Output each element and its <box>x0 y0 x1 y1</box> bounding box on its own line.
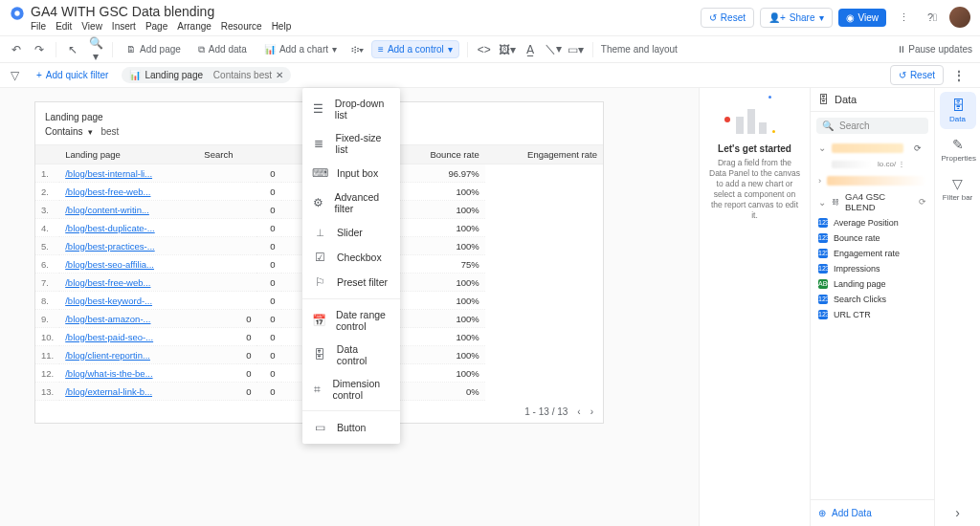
text-icon[interactable]: A̲ <box>522 43 539 56</box>
data-field[interactable]: 123Average Position <box>811 215 934 230</box>
data-field[interactable]: 123Search Clicks <box>811 292 934 307</box>
add-control-menu: ☰Drop-down list≣Fixed-size list⌨Input bo… <box>302 88 400 444</box>
data-field[interactable]: 123Bounce rate <box>811 230 934 246</box>
close-icon[interactable]: ✕ <box>276 70 283 80</box>
share-button[interactable]: 👤+ Share ▾ <box>760 8 833 28</box>
filter-icon[interactable]: ▽ <box>6 69 23 82</box>
data-field[interactable]: 123Engagement rate <box>811 246 934 261</box>
data-panel-icon: 🗄 <box>818 94 829 105</box>
menu-item-drop-down-list[interactable]: ☰Drop-down list <box>302 92 400 126</box>
add-page-button[interactable]: 🗎 Add page <box>121 41 187 57</box>
line-icon[interactable]: ＼▾ <box>545 41 562 57</box>
menu-item-button[interactable]: ▭Button <box>302 415 400 440</box>
rail-filter-bar[interactable]: ▽Filter bar <box>940 170 976 208</box>
pointer-icon[interactable]: ↖ <box>64 43 81 56</box>
datasource-row[interactable]: ⌄⛓GA4 GSC BLEND⟳ <box>811 188 934 215</box>
view-button[interactable]: ◉ View <box>838 9 887 27</box>
right-rail: 🗄Data✎Properties▽Filter bar› <box>934 88 980 526</box>
data-field[interactable]: 123URL CTR <box>811 307 934 322</box>
menu-bar: File Edit View Insert Page Arrange Resou… <box>31 21 291 32</box>
datasource-row[interactable]: › <box>811 172 934 188</box>
shape-icon[interactable]: ▭▾ <box>568 43 585 56</box>
rail-data[interactable]: 🗄Data <box>940 92 976 129</box>
theme-button[interactable]: Theme and layout <box>601 44 678 55</box>
add-quick-filter-button[interactable]: + Add quick filter <box>29 67 116 83</box>
menu-insert[interactable]: Insert <box>112 21 136 32</box>
add-data-button[interactable]: ⊕ Add Data <box>811 499 934 526</box>
filter-value-input[interactable]: best <box>100 126 119 137</box>
menu-item-preset-filter[interactable]: ⚐Preset filter <box>302 270 400 295</box>
menu-page[interactable]: Page <box>145 21 167 32</box>
account-avatar[interactable] <box>949 7 970 28</box>
menu-item-dimension-control[interactable]: ⌗Dimension control <box>302 372 400 406</box>
menu-item-input-box[interactable]: ⌨Input box <box>302 161 400 186</box>
undo-icon[interactable]: ↶ <box>8 43 25 56</box>
svg-point-1 <box>14 11 19 15</box>
menu-resource[interactable]: Resource <box>221 21 262 32</box>
filter-chip[interactable]: 📊 Landing page Contains best ✕ <box>122 67 291 83</box>
menu-help[interactable]: Help <box>272 21 292 32</box>
doc-title[interactable]: GA4 WITH GSC Data blending <box>31 4 291 19</box>
data-panel-title: Data <box>835 94 857 105</box>
setup-illustration-icon <box>726 98 784 138</box>
filter-operator-select[interactable]: Contains▾ <box>45 126 93 137</box>
datasource-row[interactable]: ⌄⟳ <box>811 140 934 156</box>
collapse-panel-icon[interactable]: › <box>949 499 966 526</box>
data-panel: 🗄Data 🔍 Search ⌄⟳ ⌄lo.co/ ⋮ › ⌄⛓GA4 GSC … <box>810 88 934 526</box>
menu-view[interactable]: View <box>81 21 102 32</box>
add-chart-button[interactable]: 📊 Add a chart ▾ <box>258 41 343 57</box>
add-data-button[interactable]: ⧉ Add data <box>192 41 253 58</box>
setup-heading: Let's get started <box>718 143 791 154</box>
menu-item-date-range-control[interactable]: 📅Date range control <box>302 303 400 338</box>
menu-file[interactable]: File <box>31 21 46 32</box>
menu-arrange[interactable]: Arrange <box>177 21 212 32</box>
more-options-icon[interactable]: ⋮ <box>892 6 915 29</box>
menu-edit[interactable]: Edit <box>56 21 72 32</box>
toolbar: ↶ ↷ ↖ 🔍▾ 🗎 Add page ⧉ Add data 📊 Add a c… <box>0 36 980 63</box>
pause-updates-button[interactable]: ⏸ Pause updates <box>897 44 973 55</box>
menu-item-data-control[interactable]: 🗄Data control <box>302 338 400 372</box>
looker-studio-logo <box>10 6 25 21</box>
menu-item-checkbox[interactable]: ☑Checkbox <box>302 245 400 270</box>
rail-properties[interactable]: ✎Properties <box>940 131 976 168</box>
community-viz-icon[interactable]: ፨▾ <box>348 43 366 56</box>
more-options-icon[interactable]: ⋮ <box>949 69 967 82</box>
canvas-reset-button[interactable]: ↺ Reset <box>890 65 944 85</box>
data-field[interactable]: ABCLanding page <box>811 276 934 292</box>
add-control-button[interactable]: ≡ Add a control ▾ <box>371 40 459 58</box>
redo-icon[interactable]: ↷ <box>31 43 48 56</box>
help-icon[interactable]: ?⃝ <box>921 6 944 29</box>
menu-item-fixed-size-list[interactable]: ≣Fixed-size list <box>302 126 400 161</box>
reset-button[interactable]: ↺ Reset <box>701 8 754 28</box>
setup-panel: Let's get started Drag a field from the … <box>699 88 810 526</box>
image-icon[interactable]: 🖼▾ <box>499 43 516 56</box>
menu-item-advanced-filter[interactable]: ⚙Advanced filter <box>302 186 400 220</box>
search-input[interactable]: 🔍 Search <box>816 118 928 134</box>
menu-item-slider[interactable]: ⟂Slider <box>302 220 400 245</box>
setup-description: Drag a field from the Data Panel to the … <box>709 158 800 221</box>
zoom-icon[interactable]: 🔍▾ <box>87 36 104 63</box>
filter-bar: ▽ + Add quick filter 📊 Landing page Cont… <box>0 63 980 88</box>
url-embed-icon[interactable]: <> <box>476 43 493 56</box>
data-field[interactable]: 123Impressions <box>811 261 934 276</box>
